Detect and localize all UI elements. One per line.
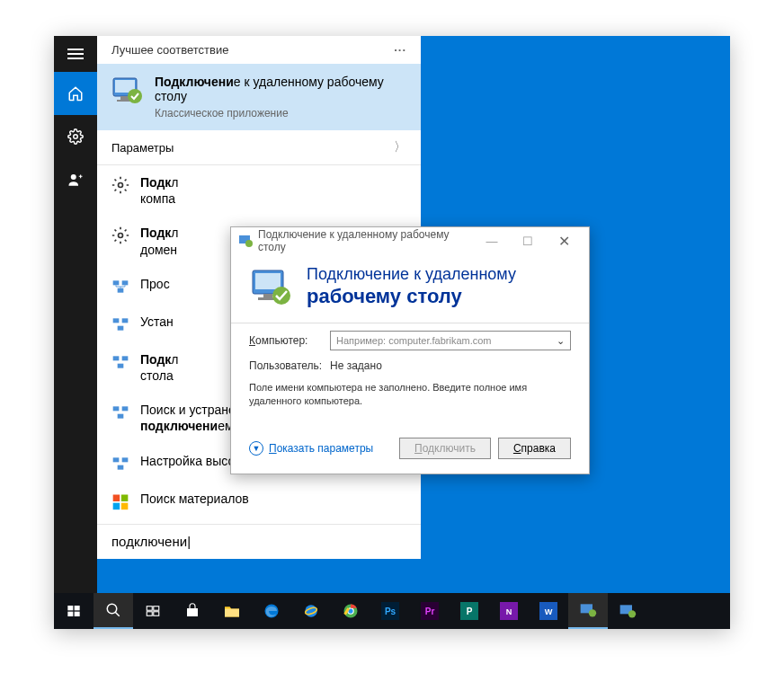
chrome-icon[interactable] <box>331 593 370 629</box>
best-match-text: Подключение к удаленному рабочему столу … <box>155 75 406 120</box>
svg-rect-41 <box>154 607 159 611</box>
store-icon <box>111 492 129 510</box>
publisher-icon[interactable]: P <box>450 593 489 629</box>
params-header[interactable]: Параметры 〉 <box>97 130 421 165</box>
network-icon <box>111 353 129 371</box>
rdp-titlebar-icon <box>238 234 253 248</box>
taskbar: Ps Pr P N W <box>54 593 730 629</box>
search-input[interactable]: подключени <box>111 534 191 549</box>
rdp-hint: Поле имени компьютера не заполнено. Введ… <box>249 381 571 409</box>
rdp-taskbar-2[interactable] <box>608 593 647 629</box>
svg-text:W: W <box>545 607 553 616</box>
user-label: Пользователь: <box>249 359 321 372</box>
network-icon <box>111 455 129 473</box>
svg-rect-23 <box>118 465 124 469</box>
svg-rect-38 <box>75 612 80 616</box>
chevron-down-icon: ▼ <box>249 441 263 456</box>
edge-icon[interactable] <box>252 593 291 629</box>
desktop-frame: Лучшее соответствие ··· Подключение к уд… <box>54 36 730 629</box>
best-match-label: Лучшее соответствие <box>111 43 228 57</box>
user-icon[interactable] <box>54 158 97 201</box>
rdp-app-icon <box>111 75 144 107</box>
svg-point-0 <box>74 135 78 139</box>
svg-rect-35 <box>67 606 73 610</box>
computer-combo[interactable]: Например: computer.fabrikam.com <box>330 331 571 350</box>
chevron-right-icon: 〉 <box>394 139 406 155</box>
svg-rect-27 <box>121 502 129 509</box>
svg-point-29 <box>245 240 253 247</box>
svg-rect-16 <box>122 356 129 360</box>
rdp-header-text: Подключение к удаленному рабочему столу <box>307 265 516 308</box>
result-item-8[interactable]: Поиск материалов <box>97 482 421 519</box>
svg-text:P: P <box>467 607 473 616</box>
svg-point-1 <box>71 174 76 180</box>
svg-rect-17 <box>118 363 124 367</box>
svg-rect-31 <box>255 273 281 289</box>
more-button[interactable]: ··· <box>394 43 406 57</box>
user-value: Не задано <box>330 359 382 372</box>
svg-point-64 <box>628 610 636 617</box>
svg-point-6 <box>128 89 142 103</box>
svg-rect-18 <box>113 406 120 411</box>
minimize-button[interactable]: — <box>474 227 510 254</box>
close-button[interactable]: ✕ <box>546 227 582 254</box>
show-options-link[interactable]: ▼ Показать параметры <box>249 441 392 456</box>
network-icon <box>111 315 129 333</box>
svg-rect-12 <box>113 318 120 323</box>
rdp-header-icon <box>249 265 292 308</box>
svg-rect-36 <box>75 606 80 610</box>
svg-text:Pr: Pr <box>425 607 435 616</box>
rdp-titlebar[interactable]: Подключение к удаленному рабочему столу … <box>231 227 589 254</box>
svg-rect-14 <box>118 325 124 330</box>
help-button[interactable]: Справка <box>498 438 571 459</box>
network-icon <box>111 403 129 421</box>
computer-label: Компьютер: <box>249 334 321 347</box>
svg-point-62 <box>589 609 596 616</box>
svg-rect-40 <box>147 607 152 611</box>
svg-point-7 <box>119 183 123 188</box>
svg-rect-15 <box>113 356 120 360</box>
result-item-1[interactable]: Подклкомпа <box>97 165 421 216</box>
rdp-footer: ▼ Показать параметры Подключить Справка <box>231 438 589 474</box>
svg-rect-44 <box>225 609 239 617</box>
start-button[interactable] <box>54 593 94 629</box>
svg-rect-11 <box>118 288 124 292</box>
rdp-taskbar-1[interactable] <box>568 593 608 629</box>
hamburger-button[interactable] <box>54 36 97 72</box>
photoshop-icon[interactable]: Ps <box>370 593 410 629</box>
svg-rect-24 <box>113 494 120 501</box>
svg-rect-13 <box>122 318 129 323</box>
explorer-icon[interactable] <box>212 593 252 629</box>
svg-rect-21 <box>113 457 120 462</box>
premiere-icon[interactable]: Pr <box>410 593 450 629</box>
network-icon <box>111 278 129 296</box>
best-match-item[interactable]: Подключение к удаленному рабочему столу … <box>97 64 421 130</box>
svg-text:N: N <box>506 607 512 616</box>
svg-point-8 <box>119 234 123 238</box>
svg-rect-10 <box>122 280 129 285</box>
svg-rect-22 <box>122 457 129 462</box>
onenote-icon[interactable]: N <box>489 593 529 629</box>
svg-rect-32 <box>263 294 272 297</box>
svg-rect-20 <box>118 414 124 419</box>
svg-rect-42 <box>147 612 152 616</box>
svg-point-39 <box>107 604 117 614</box>
gear-icon <box>111 176 129 194</box>
rdp-body: Компьютер: Например: computer.fabrikam.c… <box>231 323 589 438</box>
rdp-title-text: Подключение к удаленному рабочему столу <box>258 228 474 253</box>
settings-icon[interactable] <box>54 115 97 158</box>
task-view-button[interactable] <box>133 593 173 629</box>
maximize-button[interactable]: ☐ <box>510 227 546 254</box>
ie-icon[interactable] <box>291 593 331 629</box>
svg-rect-9 <box>113 280 120 285</box>
start-sidebar <box>54 36 97 593</box>
home-icon[interactable] <box>54 72 97 115</box>
svg-rect-26 <box>113 502 120 509</box>
svg-rect-37 <box>67 612 73 616</box>
svg-text:Ps: Ps <box>385 607 396 616</box>
search-button[interactable] <box>94 593 133 629</box>
svg-rect-43 <box>154 612 159 616</box>
connect-button[interactable]: Подключить <box>399 438 491 459</box>
store-icon[interactable] <box>173 593 212 629</box>
word-icon[interactable]: W <box>529 593 568 629</box>
